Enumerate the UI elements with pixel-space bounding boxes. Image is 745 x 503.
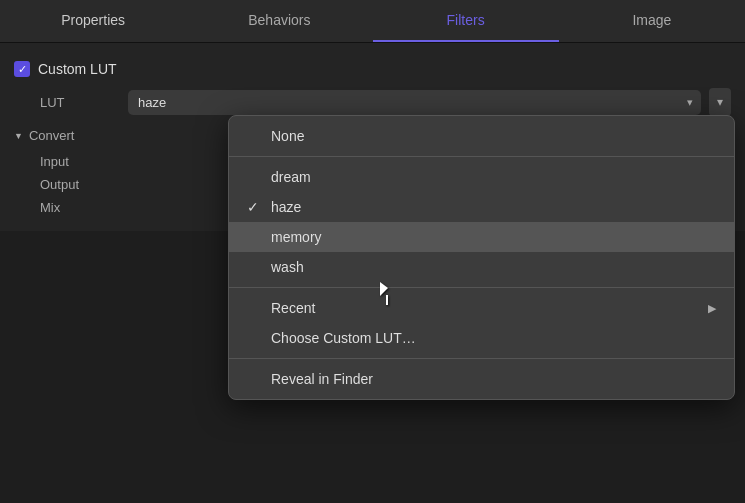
recent-arrow-icon: ▶ [708, 302, 716, 315]
dropdown-section-1: dream ✓ haze memory wash [229, 156, 734, 287]
tab-properties[interactable]: Properties [0, 0, 186, 42]
dropdown-item-dream-text: dream [271, 169, 716, 185]
dropdown-section-0: None [229, 116, 734, 156]
dropdown-item-choose-lut-text: Choose Custom LUT… [271, 330, 716, 346]
dropdown-item-recent[interactable]: Recent ▶ [229, 293, 734, 323]
dropdown-item-haze[interactable]: ✓ haze [229, 192, 734, 222]
tab-bar: Properties Behaviors Filters Image [0, 0, 745, 43]
dropdown-section-2: Recent ▶ Choose Custom LUT… [229, 287, 734, 358]
custom-lut-label: Custom LUT [38, 61, 117, 77]
output-label: Output [40, 177, 120, 192]
dropdown-item-wash[interactable]: wash [229, 252, 734, 282]
dropdown-item-none[interactable]: None [229, 121, 734, 151]
convert-label: Convert [29, 128, 75, 143]
lut-label: LUT [40, 95, 120, 110]
dropdown-item-choose-custom-lut[interactable]: Choose Custom LUT… [229, 323, 734, 353]
dropdown-menu: None dream ✓ haze memory wash Recent ▶ [228, 115, 735, 400]
dropdown-section-3: Reveal in Finder [229, 358, 734, 399]
dropdown-item-memory-text: memory [271, 229, 716, 245]
lut-select-wrapper: haze ▾ [128, 90, 701, 115]
mix-label: Mix [40, 200, 120, 215]
dropdown-item-recent-text: Recent [271, 300, 702, 316]
dropdown-item-haze-text: haze [271, 199, 716, 215]
custom-lut-checkbox[interactable]: ✓ [14, 61, 30, 77]
dropdown-item-none-text: None [271, 128, 716, 144]
dropdown-item-reveal-in-finder-text: Reveal in Finder [271, 371, 716, 387]
custom-lut-row: ✓ Custom LUT [0, 55, 745, 83]
lut-select[interactable]: haze [128, 90, 701, 115]
haze-check-icon: ✓ [247, 199, 265, 215]
triangle-icon: ▼ [14, 131, 23, 141]
dropdown-item-wash-text: wash [271, 259, 716, 275]
dropdown-item-reveal-in-finder[interactable]: Reveal in Finder [229, 364, 734, 394]
dropdown-item-dream[interactable]: dream [229, 162, 734, 192]
lut-chevron-icon: ▾ [717, 95, 723, 109]
checkbox-check-icon: ✓ [18, 64, 27, 75]
tab-filters[interactable]: Filters [373, 0, 559, 42]
tab-behaviors[interactable]: Behaviors [186, 0, 372, 42]
input-label: Input [40, 154, 120, 169]
lut-chevron-button[interactable]: ▾ [709, 88, 731, 116]
dropdown-item-memory[interactable]: memory [229, 222, 734, 252]
tab-image[interactable]: Image [559, 0, 745, 42]
